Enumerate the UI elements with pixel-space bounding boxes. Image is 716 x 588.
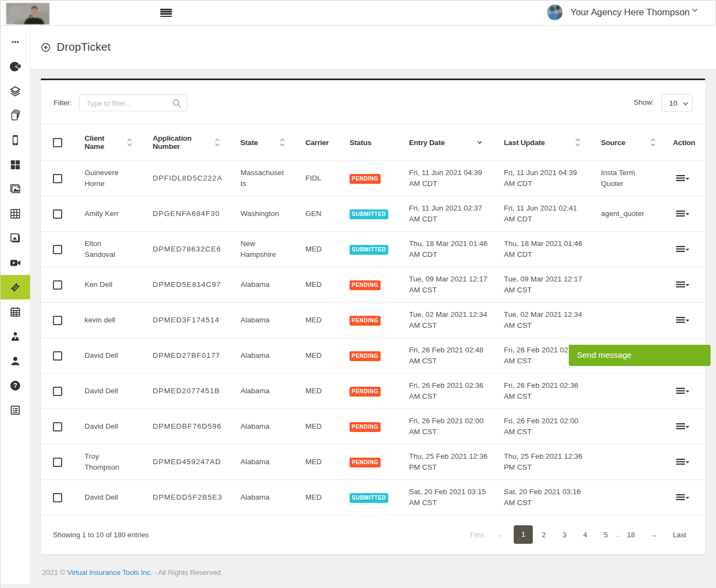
svg-text:?: ? bbox=[13, 382, 17, 389]
